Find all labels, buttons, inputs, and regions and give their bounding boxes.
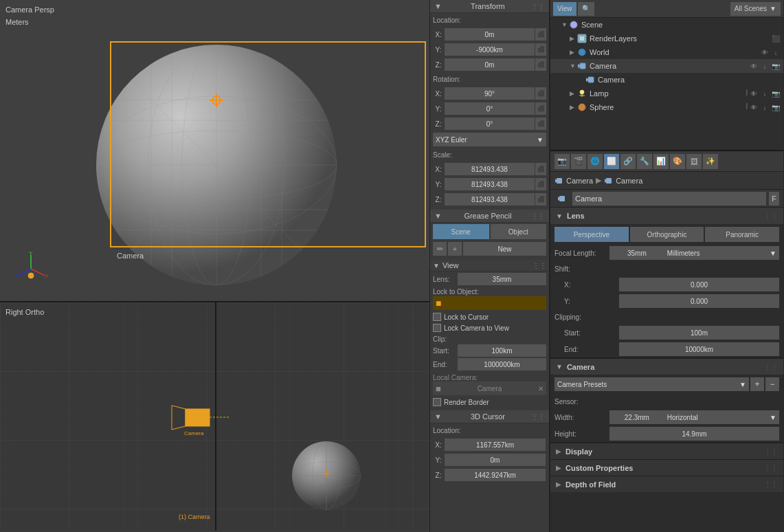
- props-texture-icon[interactable]: 🖼: [686, 154, 702, 169]
- perspective-btn[interactable]: Perspective: [555, 227, 629, 242]
- tree-item-camera-parent[interactable]: ▼ Camera 👁 ↓ 📷: [550, 59, 783, 73]
- shift-x-input[interactable]: 0.000: [619, 278, 779, 291]
- top-viewport[interactable]: Camera Persp Meters: [0, 0, 429, 302]
- props-object-icon[interactable]: ⬜: [604, 154, 619, 169]
- clip-end-input[interactable]: 1000000km: [458, 358, 546, 370]
- loc-x-arrow[interactable]: ⬛: [535, 28, 546, 41]
- render-border-checkbox[interactable]: [433, 398, 441, 406]
- props-particles-icon[interactable]: ✨: [703, 154, 718, 169]
- loc-z-input[interactable]: 0m: [445, 58, 535, 71]
- orthographic-btn[interactable]: Orthographic: [630, 227, 704, 242]
- tree-item-camera-child[interactable]: Camera: [550, 73, 783, 87]
- clip-start-input-rp[interactable]: 100m: [619, 326, 779, 340]
- scale-z-input[interactable]: 812493.438: [445, 193, 535, 206]
- lock-camera-to-view-checkbox[interactable]: [433, 324, 441, 332]
- display-section-header[interactable]: ▶ Display ⋮⋮: [550, 443, 783, 459]
- breadcrumb-camera2[interactable]: Camera: [604, 176, 642, 186]
- loc-y-arrow[interactable]: ⬛: [535, 43, 546, 56]
- lamp-render-icon[interactable]: 📷: [771, 89, 781, 98]
- camera-parent-select-icon[interactable]: ↓: [760, 61, 770, 71]
- search-btn[interactable]: 🔍: [578, 2, 594, 16]
- camera-object-indicator: Camera: [165, 402, 234, 438]
- props-world-icon[interactable]: 🌐: [587, 154, 603, 169]
- world-select-icon[interactable]: ↓: [771, 47, 781, 57]
- rot-x-input[interactable]: 90°: [445, 87, 535, 100]
- grease-new-btn[interactable]: New: [463, 242, 546, 256]
- sensor-width-input[interactable]: 22.3mm: [609, 410, 664, 424]
- sensor-height-input[interactable]: 14.9mm: [609, 427, 779, 441]
- sensor-type-select[interactable]: Horizontal ▼: [664, 410, 779, 424]
- sphere-select-icon[interactable]: ↓: [760, 102, 770, 112]
- grease-pencil-section-header[interactable]: ▼ Grease Pencil ⋮⋮: [430, 210, 549, 223]
- lock-to-cursor-checkbox[interactable]: [433, 313, 441, 321]
- all-scenes-select[interactable]: All Scenes ▼: [730, 2, 781, 16]
- grease-object-btn[interactable]: Object: [491, 224, 547, 239]
- rot-y-label: Y:: [433, 105, 444, 113]
- grease-scene-btn[interactable]: Scene: [433, 224, 489, 239]
- loc-y-input[interactable]: -9000km: [445, 43, 535, 56]
- props-modifier-icon[interactable]: 🔧: [637, 154, 652, 169]
- rot-x-arrow[interactable]: ⬛: [535, 87, 546, 100]
- lock-obj-input[interactable]: ■: [433, 296, 546, 310]
- camera-parent-visible-icon[interactable]: 👁: [749, 61, 759, 71]
- scale-x-arrow[interactable]: ⬛: [535, 163, 546, 175]
- tree-item-lamp[interactable]: ▶ Lamp | 👁 ↓ 📷: [550, 87, 783, 100]
- tree-item-sphere[interactable]: ▶ Sphere | 👁 ↓ 📷: [550, 100, 783, 114]
- rot-y-arrow[interactable]: ⬛: [535, 102, 546, 115]
- tree-item-scene[interactable]: ▼ Scene: [550, 18, 783, 32]
- breadcrumb-camera1[interactable]: Camera: [555, 176, 593, 186]
- cursor-3d-section-header[interactable]: ▼ 3D Cursor ⋮⋮: [430, 410, 549, 423]
- cam-presets-select[interactable]: Camera Presets ▼: [555, 377, 749, 391]
- lamp-select-icon[interactable]: ↓: [760, 89, 770, 98]
- tree-item-renderlayers[interactable]: ▶ RenderLayers ⬛: [550, 32, 783, 45]
- cam-presets-add-btn[interactable]: +: [750, 377, 764, 391]
- scale-z-arrow[interactable]: ⬛: [535, 193, 546, 206]
- euler-select[interactable]: XYZ Euler ▼: [433, 133, 546, 146]
- props-material-icon[interactable]: 🎨: [670, 154, 685, 169]
- cam-presets-remove-btn[interactable]: −: [765, 377, 779, 391]
- focal-length-input[interactable]: 35mm: [609, 246, 664, 260]
- renderlayers-action-icon[interactable]: ⬛: [771, 34, 781, 43]
- lens-section-header[interactable]: ▼ Lens ⋮⋮: [550, 208, 783, 224]
- camera-name-input[interactable]: Camera: [572, 192, 766, 206]
- bottom-viewport[interactable]: Right Ortho: [0, 302, 429, 531]
- grease-pencil-draw-icon[interactable]: ✏: [433, 242, 447, 256]
- camera-section-header[interactable]: ▼ Camera ⋮⋮: [550, 358, 783, 375]
- loc-z-arrow[interactable]: ⬛: [535, 58, 546, 71]
- lens-value[interactable]: 35mm: [458, 273, 546, 285]
- dof-section-header[interactable]: ▶ Depth of Field ⋮⋮: [550, 476, 783, 492]
- clip-end-input-rp[interactable]: 10000km: [619, 342, 779, 356]
- shift-y-input[interactable]: 0.000: [619, 294, 779, 308]
- props-data-icon[interactable]: 📊: [653, 154, 669, 169]
- clip-start-input[interactable]: 100km: [458, 344, 546, 357]
- focal-length-unit-select[interactable]: Millimeters ▼: [664, 246, 779, 260]
- local-camera-input[interactable]: ■ Camera ✕: [433, 381, 546, 395]
- custom-props-section-header[interactable]: ▶ Custom Properties ⋮⋮: [550, 459, 783, 476]
- rot-y-input[interactable]: 0°: [445, 102, 535, 115]
- lamp-visible-icon[interactable]: 👁: [749, 89, 759, 98]
- props-render-icon[interactable]: 📷: [555, 154, 570, 169]
- view-section-header[interactable]: ▼ View ⋮⋮: [430, 260, 549, 271]
- transform-section-header[interactable]: ▼ Transform ⋮⋮: [430, 0, 549, 13]
- view-btn[interactable]: View: [553, 2, 576, 16]
- camera-parent-render-icon[interactable]: 📷: [771, 61, 781, 71]
- sphere-visible-icon[interactable]: 👁: [749, 102, 759, 112]
- world-visible-icon[interactable]: 👁: [760, 47, 770, 57]
- sphere-render-icon[interactable]: 📷: [771, 102, 781, 112]
- loc-x-input[interactable]: 0m: [445, 28, 535, 41]
- cursor-x-input[interactable]: 1167.557km: [445, 439, 546, 451]
- rot-z-input[interactable]: 0°: [445, 118, 535, 130]
- scale-x-input[interactable]: 812493.438: [445, 163, 535, 175]
- props-scene-icon[interactable]: 🎬: [571, 154, 586, 169]
- grease-pencil-select-icon[interactable]: +: [448, 242, 462, 256]
- tree-item-world[interactable]: ▶ World 👁 ↓: [550, 45, 783, 59]
- rot-z-arrow[interactable]: ⬛: [535, 118, 546, 130]
- props-constraint-icon[interactable]: 🔗: [620, 154, 636, 169]
- cursor-y-input[interactable]: 0m: [445, 454, 546, 466]
- cursor-z-input[interactable]: 1442.9247km: [445, 469, 546, 481]
- scale-y-input[interactable]: 812493.438: [445, 178, 535, 190]
- camera-name-f-btn[interactable]: F: [769, 192, 779, 206]
- view-triangle: ▼: [433, 262, 440, 269]
- scale-y-arrow[interactable]: ⬛: [535, 178, 546, 190]
- panoramic-btn[interactable]: Panoramic: [705, 227, 779, 242]
